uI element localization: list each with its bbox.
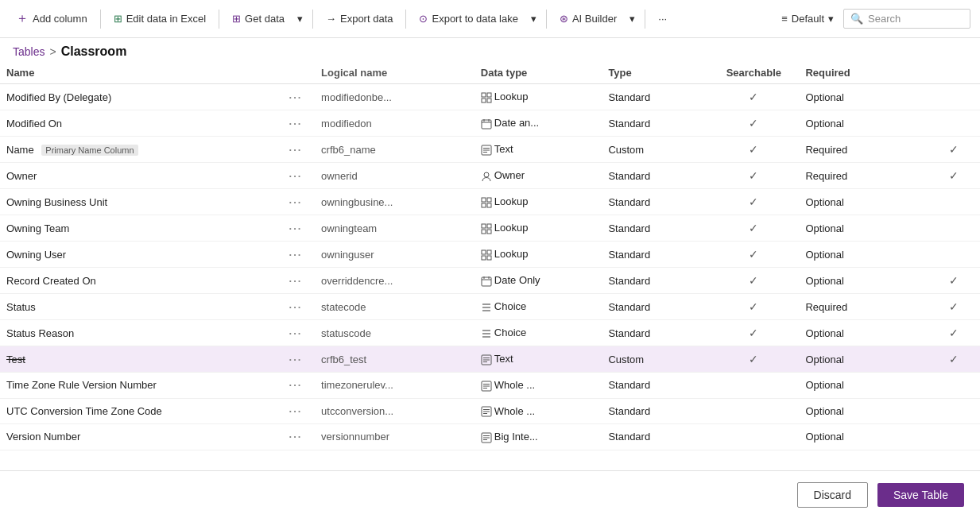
- save-table-button[interactable]: Save Table: [877, 483, 964, 507]
- svg-rect-2: [482, 99, 486, 102]
- table-body: Modified By (Delegate)···modifiedonbe...…: [0, 84, 980, 450]
- cell-more-options[interactable]: ···: [277, 346, 315, 373]
- required-check-icon: ✓: [949, 327, 959, 339]
- searchable-check: ✓: [749, 274, 758, 287]
- table-row[interactable]: Status Reason···statuscodeChoiceStandard…: [0, 320, 980, 346]
- cell-more-options[interactable]: ···: [277, 110, 315, 137]
- primary-name-badge: Primary Name Column: [41, 145, 138, 156]
- more-options-icon[interactable]: ···: [289, 170, 303, 182]
- separator-1: [100, 10, 101, 29]
- svg-rect-14: [487, 198, 491, 202]
- cell-name: Version Number: [0, 424, 277, 450]
- ai-builder-button[interactable]: ⊛ AI Builder: [553, 9, 623, 29]
- more-options-icon[interactable]: ···: [289, 431, 303, 443]
- more-options-icon[interactable]: ···: [289, 222, 303, 234]
- ai-builder-dropdown[interactable]: ▾: [626, 9, 638, 29]
- more-options-icon[interactable]: ···: [289, 144, 303, 156]
- cell-more-options[interactable]: ···: [277, 373, 315, 399]
- table-row[interactable]: Time Zone Rule Version Number···timezone…: [0, 373, 980, 399]
- table-row[interactable]: Record Created On···overriddencre...Date…: [0, 268, 980, 294]
- table-row[interactable]: Owner···owneridOwnerStandard✓Required✓: [0, 163, 980, 189]
- cell-searchable: ✓: [708, 268, 799, 294]
- cell-more-options[interactable]: ···: [277, 137, 315, 163]
- more-options-icon[interactable]: ···: [289, 275, 303, 287]
- more-options-icon[interactable]: ···: [289, 354, 303, 365]
- svg-rect-19: [482, 230, 486, 234]
- cell-searchable: ✓: [708, 137, 799, 163]
- add-column-button[interactable]: ＋ Add column: [10, 6, 94, 31]
- table-row[interactable]: Status···statecodeChoiceStandard✓Require…: [0, 294, 980, 320]
- more-options-icon[interactable]: ···: [289, 196, 303, 208]
- edit-excel-button[interactable]: ⊞ Edit data in Excel: [107, 9, 212, 29]
- required-check-icon: ✓: [949, 353, 959, 365]
- cell-searchable: ✓: [708, 294, 799, 320]
- searchable-check: ✓: [749, 248, 758, 261]
- cell-required: Required: [799, 294, 927, 320]
- export-data-button[interactable]: → Export data: [320, 9, 400, 29]
- more-options-icon[interactable]: ···: [289, 379, 303, 391]
- cell-searchable: [708, 373, 799, 399]
- export-lake-dropdown[interactable]: ▾: [528, 9, 540, 29]
- cell-more-options[interactable]: ···: [277, 268, 315, 294]
- cell-type: Standard: [602, 215, 708, 242]
- searchable-check: ✓: [749, 327, 758, 339]
- svg-rect-21: [482, 250, 486, 254]
- col-header-logical: Logical name: [315, 62, 475, 84]
- more-options-icon[interactable]: ···: [289, 301, 303, 313]
- svg-point-12: [484, 172, 489, 177]
- table-row[interactable]: Owning Business Unit···owningbusine...Lo…: [0, 189, 980, 215]
- table-row[interactable]: Owning User···owninguserLookupStandard✓O…: [0, 242, 980, 268]
- cell-data-type: Whole ...: [475, 398, 602, 424]
- dropdown-arrow-get-data[interactable]: ▾: [294, 9, 306, 29]
- table-row[interactable]: Modified On···modifiedonDate an...Standa…: [0, 110, 980, 137]
- cell-required-check: [927, 189, 980, 215]
- table-row[interactable]: Version Number···versionnumberBig Inte..…: [0, 424, 980, 450]
- more-options-icon[interactable]: ···: [289, 405, 303, 417]
- default-button[interactable]: ≡ Default ▾: [775, 9, 840, 29]
- cell-data-type: Date Only: [475, 268, 602, 294]
- cell-logical-name: crfb6_test: [315, 346, 475, 373]
- cell-more-options[interactable]: ···: [277, 424, 315, 450]
- cell-more-options[interactable]: ···: [277, 320, 315, 346]
- more-options-icon[interactable]: ···: [289, 118, 303, 130]
- cell-more-options[interactable]: ···: [277, 189, 315, 215]
- cell-required-check: ✓: [927, 268, 980, 294]
- cell-name: Time Zone Rule Version Number: [0, 373, 277, 399]
- cell-logical-name: versionnumber: [315, 424, 475, 450]
- table-row[interactable]: Owning Team···owningteamLookupStandard✓O…: [0, 215, 980, 242]
- breadcrumb-tables-link[interactable]: Tables: [13, 45, 45, 58]
- svg-rect-23: [482, 256, 486, 260]
- cell-more-options[interactable]: ···: [277, 242, 315, 268]
- svg-rect-13: [482, 198, 486, 202]
- required-check-icon: ✓: [949, 300, 959, 313]
- cell-more-options[interactable]: ···: [277, 163, 315, 189]
- get-data-button[interactable]: ⊞ Get data: [226, 9, 291, 29]
- more-button[interactable]: ···: [652, 9, 673, 29]
- col-header-dots: [277, 62, 315, 84]
- table-row[interactable]: Name Primary Name Column···crfb6_nameTex…: [0, 137, 980, 163]
- more-options-icon[interactable]: ···: [289, 327, 303, 339]
- more-options-icon[interactable]: ···: [289, 91, 303, 103]
- cell-more-options[interactable]: ···: [277, 84, 315, 110]
- cell-more-options[interactable]: ···: [277, 398, 315, 424]
- table-row[interactable]: UTC Conversion Time Zone Code···utcconve…: [0, 398, 980, 424]
- cell-more-options[interactable]: ···: [277, 215, 315, 242]
- table-row[interactable]: Test···crfb6_testTextCustom✓Optional✓: [0, 346, 980, 373]
- cell-required: Optional: [799, 84, 927, 110]
- cell-name: Owning Team: [0, 215, 277, 242]
- search-box[interactable]: 🔍 Search: [843, 9, 970, 29]
- cell-logical-name: modifiedonbe...: [315, 84, 475, 110]
- export-lake-button[interactable]: ⊙ Export to data lake: [413, 9, 524, 29]
- cell-type: Standard: [602, 373, 708, 399]
- col-header-name: Name: [0, 62, 277, 84]
- cell-data-type: Lookup: [475, 84, 602, 110]
- more-options-icon[interactable]: ···: [289, 249, 303, 261]
- discard-button[interactable]: Discard: [797, 482, 868, 508]
- cell-more-options[interactable]: ···: [277, 294, 315, 320]
- cell-type: Standard: [602, 242, 708, 268]
- cell-type: Standard: [602, 84, 708, 110]
- table-row[interactable]: Modified By (Delegate)···modifiedonbe...…: [0, 84, 980, 110]
- searchable-check: ✓: [749, 91, 758, 103]
- cell-type: Standard: [602, 320, 708, 346]
- breadcrumb: Tables > Classroom: [0, 38, 980, 62]
